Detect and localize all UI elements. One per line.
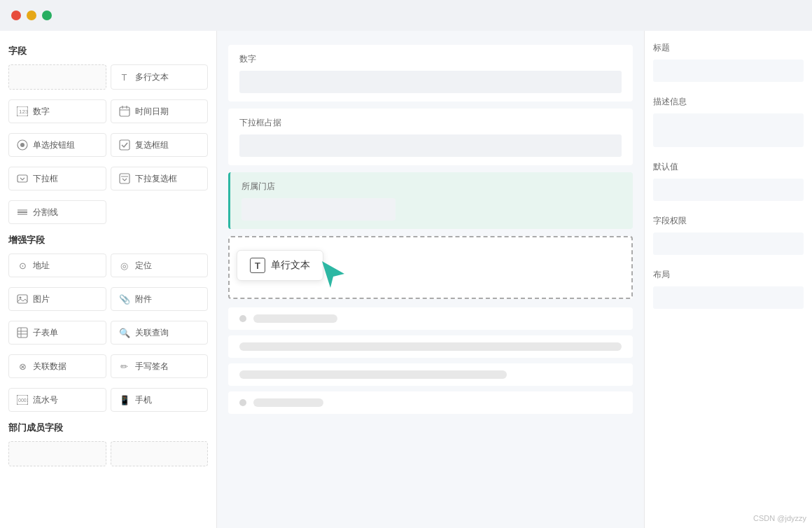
dot-green[interactable] [42,11,52,20]
watermark: CSDN @jdyzzy [753,514,806,522]
number-icon: 123 [16,105,29,118]
right-input-layout[interactable] [653,286,804,309]
dept-placeholder-1[interactable] [8,441,106,466]
skeleton-row-4 [228,391,633,414]
related-data-icon: ⊗ [16,360,29,373]
enhanced-grid-3: 子表单 🔍 关联查询 [8,321,208,345]
svg-rect-2 [120,107,130,116]
dot-red[interactable] [11,11,21,20]
skeleton-dot-1 [239,315,246,322]
multiline-icon: T [118,71,131,83]
dept-placeholder-2[interactable] [111,441,209,466]
section-enhanced-title: 增强字段 [8,234,208,246]
field-checkbox[interactable]: 复选框组 [111,133,209,157]
skeleton-dot-4 [239,399,246,406]
field-multiline-text[interactable]: T 多行文本 [111,64,209,90]
right-input-title[interactable] [653,60,804,82]
field-image[interactable]: 图片 [8,287,106,311]
related-query-icon: 🔍 [118,326,131,339]
right-label-permission: 字段权限 [653,215,804,227]
field-related-data[interactable]: ⊗ 关联数据 [8,354,106,378]
title-bar [0,0,812,31]
skeleton-row-3 [228,363,633,386]
image-icon [16,293,29,305]
sidebar: 字段 T 多行文本 123 数字 时间日期 [0,31,217,528]
section-dept-title: 部门成员字段 [8,422,208,434]
field-dropdown[interactable]: 下拉框 [8,167,106,190]
right-section-layout: 布局 [653,269,804,309]
field-datetime[interactable]: 时间日期 [111,99,209,123]
canvas-field-store-label: 所属门店 [241,181,622,193]
right-label-desc: 描述信息 [653,96,804,108]
tooltip-t-icon: T [250,258,265,273]
dropdown-multi-icon [118,172,131,185]
svg-rect-9 [18,175,27,182]
placeholder-field-1[interactable] [8,64,106,90]
dropdown-icon [16,172,29,185]
canvas-field-dropdown-label: 下拉框占据 [239,117,622,129]
tooltip-label: 单行文本 [271,259,310,272]
address-icon: ⊙ [16,259,29,272]
skeleton-row-1 [228,307,633,330]
field-serial[interactable]: 0001 流水号 [8,388,106,412]
field-mobile[interactable]: 📱 手机 [111,388,209,412]
field-signature[interactable]: ✏ 手写签名 [111,354,209,378]
svg-text:0001: 0001 [18,398,28,403]
right-label-title: 标题 [653,42,804,54]
svg-point-7 [20,143,24,147]
field-number[interactable]: 123 数字 [8,99,106,123]
section-fields-title: 字段 [8,45,208,57]
skeleton-row-2 [228,335,633,358]
signature-icon: ✏ [118,360,131,373]
attachment-icon: 📎 [118,293,131,305]
right-section-desc: 描述信息 [653,96,804,147]
canvas-dropdown-input[interactable] [239,134,622,157]
field-attachment[interactable]: 📎 附件 [111,287,209,311]
field-grid-divider: 分割线 [8,200,208,224]
dot-yellow[interactable] [27,11,36,20]
field-location[interactable]: ◎ 定位 [111,253,209,277]
right-section-default: 默认值 [653,161,804,201]
skeleton-bar-2 [239,342,622,351]
enhanced-grid-5: 0001 流水号 📱 手机 [8,388,208,412]
field-radio[interactable]: 单选按钮组 [8,133,106,157]
canvas-number-input[interactable] [239,71,622,93]
field-address[interactable]: ⊙ 地址 [8,253,106,277]
canvas-field-store: 所属门店 [228,172,633,229]
location-icon: ◎ [118,259,131,272]
mobile-icon: 📱 [118,394,131,406]
dept-grid [8,441,208,466]
field-grid-row4: 下拉框 下拉复选框 [8,167,208,190]
field-grid-row3: 单选按钮组 复选框组 [8,133,208,157]
right-input-permission[interactable] [653,232,804,255]
canvas-field-number-label: 数字 [239,53,622,65]
checkbox-icon [118,139,131,151]
divider-icon [16,206,29,218]
subtable-icon [16,326,29,339]
serial-icon: 0001 [16,394,29,406]
drag-arrow-cursor [319,258,347,291]
canvas-field-dropdown: 下拉框占据 [228,109,633,165]
field-related-query[interactable]: 🔍 关联查询 [111,321,209,345]
radio-icon [16,139,29,151]
enhanced-grid-2: 图片 📎 附件 [8,287,208,311]
field-dropdown-multi[interactable]: 下拉复选框 [111,167,209,190]
field-subtable[interactable]: 子表单 [8,321,106,345]
right-input-default[interactable] [653,179,804,201]
enhanced-grid-4: ⊗ 关联数据 ✏ 手写签名 [8,354,208,378]
svg-rect-15 [18,295,27,303]
drop-zone[interactable]: T 单行文本 [228,236,633,299]
skeleton-bar-3 [239,370,507,379]
svg-marker-23 [322,261,344,288]
svg-point-16 [20,297,22,299]
drag-tooltip: T 单行文本 [237,250,323,281]
canvas-field-number: 数字 [228,45,633,102]
right-label-layout: 布局 [653,269,804,281]
right-input-desc[interactable] [653,113,804,147]
field-divider[interactable]: 分割线 [8,200,106,224]
right-panel: 标题 描述信息 默认值 字段权限 布局 [644,31,812,528]
canvas-store-input[interactable] [241,198,396,221]
svg-rect-10 [120,174,130,183]
svg-rect-8 [120,140,130,150]
svg-text:123: 123 [19,109,28,115]
